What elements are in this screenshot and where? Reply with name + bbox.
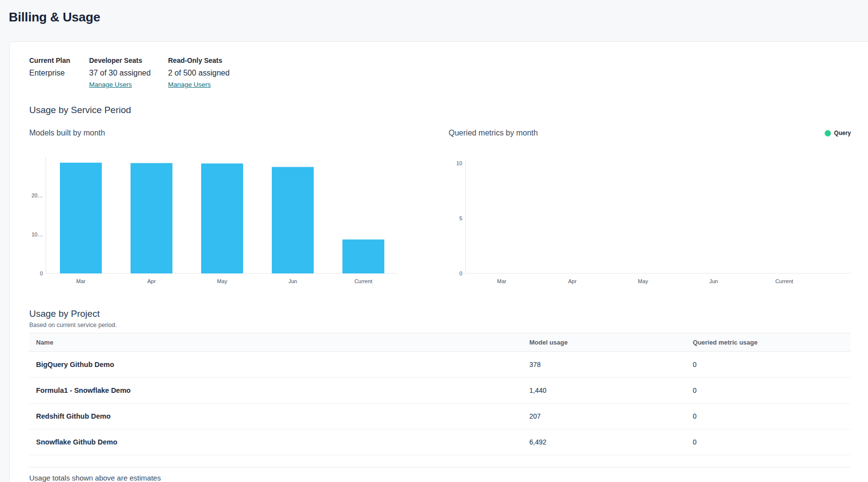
manage-users-link-developer[interactable]: Manage Users [89,81,132,88]
svg-text:Mar: Mar [76,278,86,284]
svg-text:Mar: Mar [497,278,507,284]
bottom-divider [29,467,850,467]
current-plan-column: Current Plan Enterprise [29,57,89,77]
svg-text:May: May [217,278,227,284]
cell-model: 378 [529,352,693,378]
svg-text:5: 5 [459,215,462,221]
svg-text:May: May [638,278,648,284]
charts-row: Models built by month 010…20…MarAprMayJu… [29,127,850,286]
table-header-row: Name Model usage Queried metric usage [29,333,850,352]
cell-model: 1,440 [529,378,693,404]
cell-queried: 0 [693,429,850,455]
models-built-chart: 010…20…MarAprMayJunCurrent [29,143,397,286]
usage-by-project-subtitle: Based on current service period. [29,322,850,328]
models-built-chart-title: Models built by month [29,129,105,137]
svg-text:Apr: Apr [147,278,155,284]
queried-metrics-chart: 0510MarAprMayJunCurrent [449,143,851,286]
readonly-seats-value: 2 of 500 assigned [168,69,229,77]
svg-text:0: 0 [40,270,43,276]
cell-queried: 0 [693,404,850,429]
manage-users-link-readonly[interactable]: Manage Users [168,81,211,88]
current-plan-label: Current Plan [29,57,89,64]
svg-text:20…: 20… [32,193,43,198]
billing-card: Current Plan Enterprise Developer Seats … [9,41,868,482]
table-body: BigQuery Github Demo3780Formula1 - Snowf… [29,352,850,455]
cell-name: BigQuery Github Demo [29,352,529,378]
cell-name: Snowflake Github Demo [29,429,529,455]
cell-model: 207 [529,404,693,429]
usage-footnote: Usage totals shown above are estimates [29,474,850,482]
column-header-name: Name [29,333,529,352]
svg-text:Jun: Jun [709,278,718,284]
svg-text:Current: Current [775,278,793,284]
svg-text:Apr: Apr [568,278,576,284]
cell-queried: 0 [693,352,850,378]
queried-metrics-chart-title: Queried metrics by month [449,129,538,137]
readonly-seats-column: Read-Only Seats 2 of 500 assigned Manage… [168,57,229,88]
svg-text:10…: 10… [32,231,43,237]
table-row: Formula1 - Snowflake Demo1,4400 [29,378,850,404]
developer-seats-value: 37 of 30 assigned [89,69,168,77]
page-title: Billing & Usage [0,0,868,25]
query-legend-dot-icon [825,130,831,136]
svg-text:10: 10 [456,160,462,166]
cell-queried: 0 [693,378,850,404]
developer-seats-column: Developer Seats 37 of 30 assigned Manage… [89,57,168,88]
table-row: Snowflake Github Demo6,4920 [29,429,850,455]
column-header-model: Model usage [529,333,693,352]
cell-name: Redshift Github Demo [29,404,529,429]
usage-by-service-period-heading: Usage by Service Period [29,105,850,116]
models-built-chart-box: Models built by month 010…20…MarAprMayJu… [29,127,397,286]
svg-text:0: 0 [459,270,462,276]
usage-by-project-heading: Usage by Project [29,308,850,319]
svg-text:Current: Current [355,278,373,284]
developer-seats-label: Developer Seats [89,57,168,64]
current-plan-value: Enterprise [29,69,89,77]
svg-text:Jun: Jun [288,278,297,284]
plan-info-row: Current Plan Enterprise Developer Seats … [29,57,850,88]
chart-legend: Query [825,130,851,136]
readonly-seats-label: Read-Only Seats [168,57,229,64]
column-header-queried: Queried metric usage [693,333,850,352]
query-legend-label: Query [834,130,851,136]
cell-model: 6,492 [529,429,693,455]
cell-name: Formula1 - Snowflake Demo [29,378,529,404]
table-row: BigQuery Github Demo3780 [29,352,850,378]
queried-metrics-chart-box: Queried metrics by month Query 0510MarAp… [449,127,851,286]
table-row: Redshift Github Demo2070 [29,404,850,429]
usage-by-project-table: Name Model usage Queried metric usage Bi… [29,333,850,455]
